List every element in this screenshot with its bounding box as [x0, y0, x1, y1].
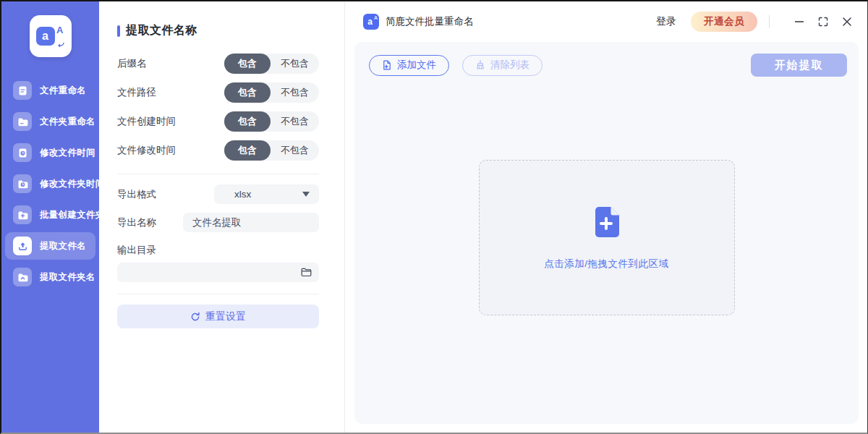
setting-label: 文件修改时间 — [117, 144, 176, 157]
close-button[interactable] — [841, 16, 853, 27]
broom-icon — [475, 60, 485, 70]
toggle-include-option[interactable]: 包含 — [224, 140, 271, 161]
app-icon: a A — [363, 14, 379, 30]
filepath-toggle: 包含 不包含 — [224, 82, 319, 103]
settings-title-row: 提取文件名称 — [117, 23, 319, 38]
folder-time-icon — [13, 174, 32, 193]
add-files-label: 添加文件 — [397, 59, 436, 72]
toggle-exclude-option[interactable]: 不包含 — [271, 140, 319, 161]
toggle-include-option[interactable]: 包含 — [224, 82, 271, 103]
clear-list-label: 清除列表 — [490, 59, 529, 72]
app-title: 简鹿文件批量重命名 — [386, 15, 474, 28]
setting-label: 后缀名 — [117, 57, 147, 70]
export-format-value: xlsx — [234, 189, 302, 200]
setting-row-export-name: 导出名称 — [117, 213, 319, 232]
divider — [117, 294, 319, 294]
created-time-toggle: 包含 不包含 — [224, 111, 319, 132]
toolbar: 添加文件 清除列表 开始提取 — [354, 42, 859, 77]
titlebar: a A 简鹿文件批量重命名 登录 开通会员 — [345, 1, 867, 42]
setting-label: 文件路径 — [117, 86, 156, 99]
chevron-down-icon — [302, 192, 310, 197]
file-dropzone[interactable]: 点击添加/拖拽文件到此区域 — [479, 160, 735, 315]
maximize-icon — [818, 17, 828, 27]
sidebar: a A 文件重命名 文件夹重命名 — [1, 1, 99, 433]
setting-label: 导出名称 — [117, 216, 156, 229]
toggle-exclude-option[interactable]: 不包含 — [271, 111, 319, 132]
suffix-toggle: 包含 不包含 — [224, 54, 319, 74]
add-document-icon — [590, 205, 624, 239]
setting-row-export-format: 导出格式 xlsx — [117, 184, 319, 204]
setting-row-suffix: 后缀名 包含 不包含 — [117, 54, 319, 74]
modified-time-toggle: 包含 不包含 — [224, 140, 319, 161]
sidebar-item-label: 修改文件夹时间 — [40, 178, 105, 190]
file-rename-icon — [13, 81, 32, 100]
sidebar-item-label: 修改文件时间 — [40, 147, 95, 159]
folder-rename-icon — [13, 112, 32, 131]
workspace: a A 简鹿文件批量重命名 登录 开通会员 添加文件 — [345, 1, 867, 433]
sidebar-item-extract-foldername[interactable]: 提取文件夹名 — [5, 263, 95, 291]
folder-add-icon — [13, 205, 32, 224]
setting-label: 文件创建时间 — [117, 115, 176, 128]
sidebar-item-label: 提取文件夹名 — [40, 271, 95, 284]
file-extract-icon — [13, 237, 32, 255]
settings-title: 提取文件名称 — [126, 23, 197, 38]
sidebar-item-extract-filename[interactable]: 提取文件名 — [5, 232, 95, 260]
logo-letter-A: A — [56, 25, 63, 35]
app-icon-letter: a — [367, 17, 373, 27]
sidebar-item-folder-rename[interactable]: 文件夹重命名 — [5, 108, 95, 135]
logo-letter-a: a — [36, 27, 55, 46]
setting-row-filepath: 文件路径 包含 不包含 — [117, 82, 319, 103]
maximize-button[interactable] — [817, 16, 829, 27]
dropzone-hint: 点击添加/拖拽文件到此区域 — [544, 258, 668, 271]
start-extract-button[interactable]: 开始提取 — [751, 54, 847, 77]
app-window: a A 文件重命名 文件夹重命名 — [0, 0, 868, 434]
file-list-card: 添加文件 清除列表 开始提取 点击添加/拖拽文件到此区域 — [354, 42, 859, 424]
file-time-icon — [13, 143, 32, 162]
setting-row-modified-time: 文件修改时间 包含 不包含 — [117, 140, 319, 161]
output-dir-input[interactable] — [122, 267, 301, 278]
sidebar-item-file-time[interactable]: 修改文件时间 — [5, 139, 95, 166]
titlebar-separator — [769, 15, 770, 28]
sidebar-item-batch-create-folder[interactable]: 批量创建文件夹 — [5, 201, 95, 229]
logo-arrow-icon — [56, 42, 65, 48]
sidebar-item-label: 批量创建文件夹 — [40, 209, 105, 221]
reset-settings-button[interactable]: 重置设置 — [117, 305, 319, 328]
toggle-include-option[interactable]: 包含 — [224, 111, 271, 132]
minimize-button[interactable] — [793, 16, 805, 27]
export-name-input[interactable] — [183, 213, 319, 232]
settings-panel: 提取文件名称 后缀名 包含 不包含 文件路径 包含 不包含 文件创建时间 包含 … — [99, 1, 345, 433]
add-files-button[interactable]: 添加文件 — [369, 55, 449, 76]
output-dir-field — [117, 263, 319, 282]
reset-settings-label: 重置设置 — [205, 310, 246, 323]
app-icon-letter-secondary: A — [374, 15, 378, 20]
sidebar-item-file-rename[interactable]: 文件重命名 — [5, 77, 95, 104]
folder-browse-icon[interactable] — [301, 268, 312, 277]
output-dir-label: 输出目录 — [117, 244, 319, 257]
app-logo: a A — [30, 15, 72, 57]
toggle-exclude-option[interactable]: 不包含 — [271, 82, 319, 103]
setting-row-created-time: 文件创建时间 包含 不包含 — [117, 111, 319, 132]
divider — [117, 174, 319, 174]
toggle-include-option[interactable]: 包含 — [224, 54, 271, 74]
minimize-icon — [794, 17, 804, 27]
setting-label: 导出格式 — [117, 188, 156, 201]
toggle-exclude-option[interactable]: 不包含 — [271, 54, 319, 74]
refresh-icon — [190, 312, 200, 322]
vip-button[interactable]: 开通会员 — [691, 12, 757, 32]
close-icon — [842, 17, 852, 27]
sidebar-nav: 文件重命名 文件夹重命名 修改文件时间 修改文件夹时间 — [1, 73, 99, 294]
sidebar-item-label: 文件夹重命名 — [40, 116, 95, 128]
folder-extract-icon — [13, 268, 32, 286]
title-accent-bar — [117, 25, 120, 37]
sidebar-item-label: 文件重命名 — [40, 85, 86, 97]
export-format-select[interactable]: xlsx — [214, 184, 319, 204]
add-file-icon — [382, 60, 392, 70]
sidebar-item-folder-time[interactable]: 修改文件夹时间 — [5, 170, 95, 197]
clear-list-button[interactable]: 清除列表 — [462, 55, 542, 76]
login-link[interactable]: 登录 — [656, 15, 676, 28]
sidebar-item-label: 提取文件名 — [40, 240, 86, 252]
